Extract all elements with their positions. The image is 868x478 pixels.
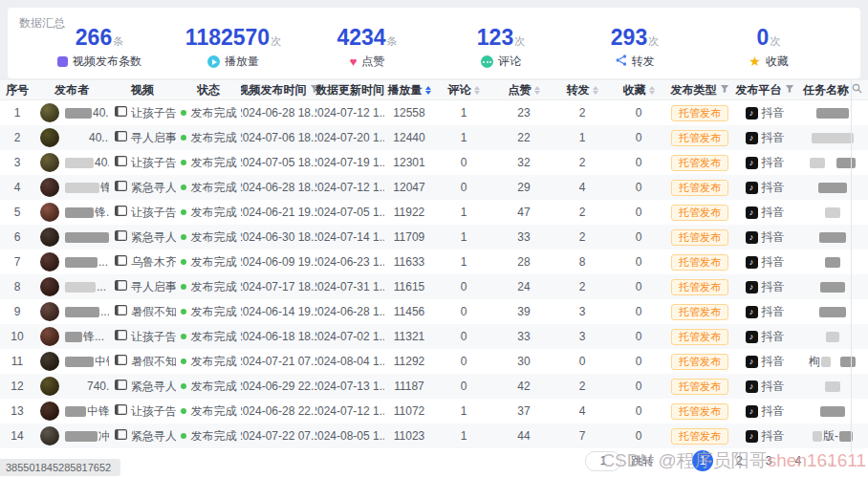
page-button-active[interactable]: 1 xyxy=(692,450,713,471)
filter-icon[interactable] xyxy=(785,83,794,97)
cell-platform: ♪抖音 xyxy=(732,254,797,271)
stat-unit: 次 xyxy=(514,34,525,49)
cell-task-name xyxy=(797,158,868,168)
col-header-task[interactable]: 任务名称 xyxy=(797,82,868,98)
sort-icon[interactable] xyxy=(534,86,540,95)
status-text: 发布完成 xyxy=(191,155,237,171)
stat-value: 266 xyxy=(76,25,112,51)
status-dot xyxy=(181,334,186,339)
table-scrollbar[interactable] xyxy=(851,80,852,453)
avatar xyxy=(40,228,59,247)
cell-video: 让孩子告... xyxy=(109,155,176,171)
sort-icon[interactable] xyxy=(425,86,431,95)
cell-publish-type: 托管发布 xyxy=(667,254,732,271)
douyin-icon: ♪ xyxy=(746,231,758,244)
page-button[interactable]: 3 xyxy=(766,454,772,467)
cell-video: 紧急寻人... xyxy=(109,428,176,445)
col-header-publish_time[interactable]: 视频发布时间 xyxy=(241,82,315,98)
cell-shares: 1 xyxy=(554,131,610,144)
cell-shares: 0 xyxy=(554,355,610,368)
filter-icon[interactable] xyxy=(720,83,729,97)
cell-index: 14 xyxy=(0,429,34,443)
cell-plays: 11633 xyxy=(384,255,434,269)
cell-index: 2 xyxy=(0,131,34,144)
page-button[interactable]: 4 xyxy=(794,454,801,467)
publisher-name-fragment: ... xyxy=(98,255,108,269)
cell-favorites: 0 xyxy=(610,280,667,293)
cell-shares: 8 xyxy=(554,255,610,269)
censor-block xyxy=(820,406,845,417)
status-text: 发布完成 xyxy=(191,105,237,121)
cell-shares: 2 xyxy=(554,380,610,393)
avatar xyxy=(40,402,59,421)
cell-update-time: 2024-06-28 1... xyxy=(315,305,384,318)
cell-update-time: 2024-07-13 1... xyxy=(315,380,384,393)
video-icon xyxy=(115,355,131,368)
col-header-favorites[interactable]: 收藏 xyxy=(610,82,667,98)
stat-value: 4234 xyxy=(336,25,385,51)
censor-block xyxy=(65,257,98,268)
publish-type-tag: 托管发布 xyxy=(671,354,728,370)
col-header-platform[interactable]: 发布平台 xyxy=(732,82,797,98)
douyin-icon: ♪ xyxy=(746,107,758,120)
platform-name: 抖音 xyxy=(762,180,785,196)
sort-icon[interactable] xyxy=(474,86,480,95)
cell-plays: 11321 xyxy=(384,330,434,343)
status-dot xyxy=(181,209,186,215)
column-label: 数据更新时间 xyxy=(315,82,384,98)
avatar xyxy=(40,277,59,296)
stats-row: 266条视频发布条数1182570次播放量4234条♥点赞123次评论293次转… xyxy=(33,25,835,70)
column-label: 点赞 xyxy=(509,82,532,98)
search-icon[interactable] xyxy=(852,83,862,97)
cell-platform: ♪抖音 xyxy=(732,279,797,295)
col-header-shares[interactable]: 转发 xyxy=(554,82,610,98)
douyin-icon: ♪ xyxy=(746,356,758,368)
page-ellipsis[interactable]: ... xyxy=(824,454,834,467)
cell-shares: 3 xyxy=(554,305,610,318)
page-jump-label[interactable]: 跳转 xyxy=(631,453,654,469)
column-label: 转发 xyxy=(567,82,590,98)
publisher-name-fragment: ... xyxy=(97,280,106,293)
cell-shares: 3 xyxy=(554,330,610,343)
col-header-comments[interactable]: 评论 xyxy=(434,82,493,98)
stat-label: 收藏 xyxy=(766,54,789,70)
col-header-publish_type[interactable]: 发布类型 xyxy=(667,82,732,98)
censor-block xyxy=(65,357,94,367)
cell-publish-time: 2024-07-06 18... xyxy=(241,131,315,144)
status-dot xyxy=(181,135,186,141)
cell-publisher: 740... xyxy=(34,377,109,396)
stat-value: 1182570 xyxy=(185,25,270,51)
sort-icon[interactable] xyxy=(593,86,598,95)
cell-status: 发布完成 xyxy=(176,304,241,320)
cell-update-time: 2024-07-12 1... xyxy=(315,181,384,194)
publish-type-tag: 托管发布 xyxy=(671,403,728,420)
cell-comments: 1 xyxy=(434,429,493,443)
video-square-icon xyxy=(57,56,68,67)
cell-plays: 12440 xyxy=(384,131,434,144)
cell-shares: 2 xyxy=(554,230,610,244)
video-title: 暑假不知... xyxy=(131,304,176,320)
censor-block xyxy=(65,282,96,293)
publisher-name-fragment: 40... xyxy=(95,156,109,169)
page-jump-input[interactable]: 1 xyxy=(585,451,621,471)
cell-update-time: 2024-07-14 1... xyxy=(315,230,384,244)
cell-index: 5 xyxy=(0,206,34,219)
video-title: 紧急寻人... xyxy=(131,428,176,445)
cell-publisher: 中锋... xyxy=(34,402,109,421)
publish-type-tag: 托管发布 xyxy=(671,155,728,171)
douyin-icon: ♪ xyxy=(746,206,758,219)
cell-task-name xyxy=(797,183,868,193)
publisher-name-fragment: 锋... xyxy=(95,205,109,221)
cell-update-time: 2024-08-04 1... xyxy=(315,355,384,368)
status-dot xyxy=(181,408,186,414)
col-header-likes[interactable]: 点赞 xyxy=(493,82,554,98)
cell-update-time: 2024-07-19 1... xyxy=(315,156,384,169)
page-button[interactable]: 2 xyxy=(736,454,743,467)
stat-favorites: 0次★收藏 xyxy=(702,25,835,70)
cell-status: 发布完成 xyxy=(176,279,241,295)
cell-index: 10 xyxy=(0,330,34,343)
sort-icon[interactable] xyxy=(649,86,655,95)
censor-block xyxy=(816,108,849,119)
col-header-plays[interactable]: 播放量 xyxy=(384,82,434,98)
cell-video: 寻人启事... xyxy=(109,130,176,146)
